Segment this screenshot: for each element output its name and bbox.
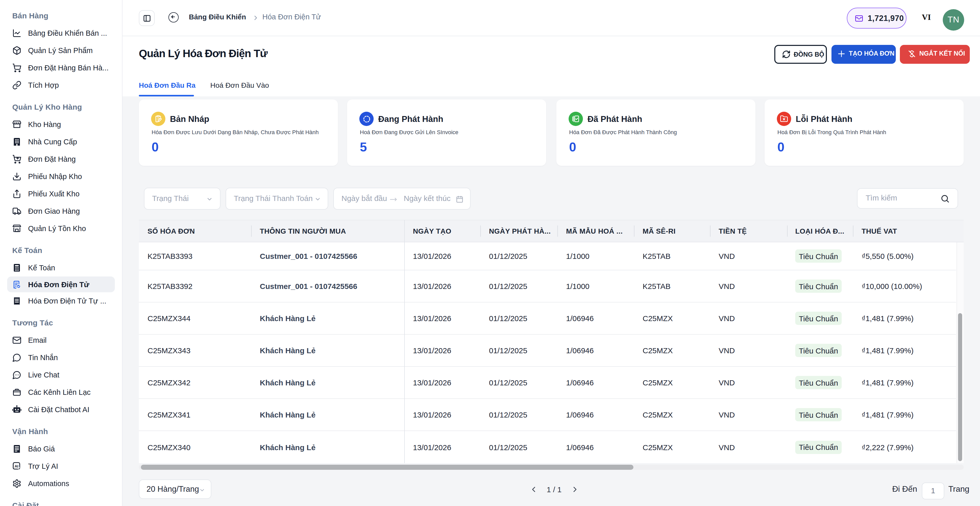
svg-text:AI: AI: [14, 464, 18, 468]
